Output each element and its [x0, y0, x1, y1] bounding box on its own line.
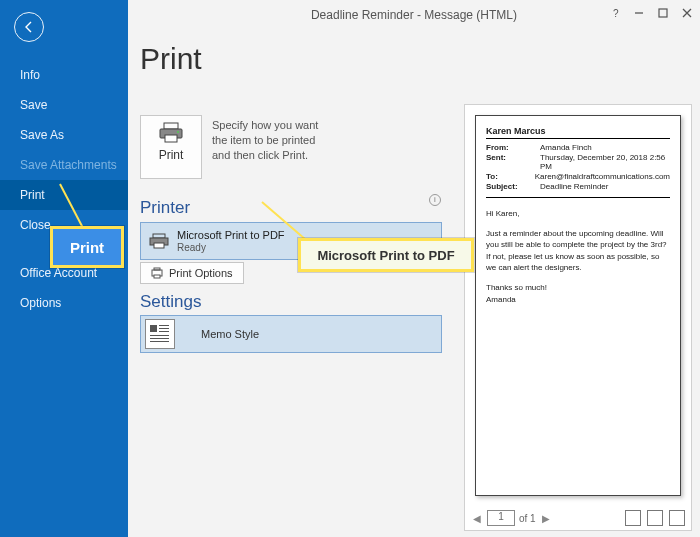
actual-size-icon[interactable] [625, 510, 641, 526]
sidebar-item-info[interactable]: Info [0, 60, 128, 90]
print-button[interactable]: Print [140, 115, 202, 179]
preview-greeting: Hi Karen, [486, 208, 670, 220]
prev-page-button[interactable]: ◀ [471, 513, 483, 524]
page-number-input[interactable]: 1 [487, 510, 515, 526]
print-preview-panel: Karen Marcus From:Amanda Finch Sent:Thur… [464, 104, 692, 531]
printer-info-icon[interactable]: i [429, 194, 441, 206]
preview-from-value: Amanda Finch [540, 143, 670, 152]
titlebar: Deadline Reminder - Message (HTML) ? [128, 0, 700, 30]
print-options-icon [151, 267, 163, 279]
svg-rect-12 [154, 275, 160, 278]
print-backstage-content: Print Print Specify how you want the ite… [128, 30, 700, 537]
svg-rect-2 [659, 9, 667, 17]
sidebar-item-save-as[interactable]: Save As [0, 120, 128, 150]
print-button-label: Print [141, 148, 201, 162]
callout-print: Print [50, 226, 124, 268]
backstage-sidebar: Info Save Save As Save Attachments Print… [0, 0, 128, 537]
one-page-icon[interactable] [647, 510, 663, 526]
printer-small-icon [147, 233, 171, 249]
sidebar-item-save[interactable]: Save [0, 90, 128, 120]
printer-heading: Printer [140, 198, 190, 218]
settings-heading: Settings [140, 292, 201, 312]
preview-from-label: From: [486, 143, 540, 152]
preview-thanks: Thanks so much! [486, 282, 670, 294]
multi-page-icon[interactable] [669, 510, 685, 526]
svg-point-6 [177, 131, 179, 133]
close-button[interactable] [680, 6, 694, 20]
svg-rect-11 [154, 268, 160, 270]
svg-text:?: ? [613, 8, 619, 18]
back-button[interactable] [14, 12, 44, 42]
print-description: Specify how you want the item to be prin… [212, 118, 332, 163]
svg-rect-3 [164, 123, 178, 129]
preview-sender-name: Karen Marcus [486, 126, 670, 139]
preview-signature: Amanda [486, 294, 670, 306]
preview-to-value: Karen@finaldraftcommunications.com [535, 172, 670, 181]
svg-rect-9 [154, 243, 164, 248]
sidebar-item-options[interactable]: Options [0, 288, 128, 318]
page-of-label: of 1 [519, 513, 536, 524]
preview-page: Karen Marcus From:Amanda Finch Sent:Thur… [475, 115, 681, 496]
printer-icon [141, 122, 201, 144]
arrow-left-icon [22, 20, 36, 34]
maximize-button[interactable] [656, 6, 670, 20]
preview-to-label: To: [486, 172, 535, 181]
sidebar-item-save-attachments: Save Attachments [0, 150, 128, 180]
style-selector[interactable]: Memo Style [140, 315, 442, 353]
next-page-button[interactable]: ▶ [540, 513, 552, 524]
print-options-button[interactable]: Print Options [140, 262, 244, 284]
preview-sent-value: Thursday, December 20, 2018 2:56 PM [540, 153, 670, 171]
style-name: Memo Style [201, 328, 259, 340]
sidebar-item-print[interactable]: Print [0, 180, 128, 210]
page-title: Print [140, 42, 700, 76]
callout-microsoft-print-to-pdf: Microsoft Print to PDF [298, 238, 474, 272]
minimize-button[interactable] [632, 6, 646, 20]
preview-footer: ◀ 1 of 1 ▶ [465, 506, 691, 530]
memo-style-icon [145, 319, 175, 349]
help-button[interactable]: ? [608, 6, 622, 20]
svg-rect-5 [165, 135, 177, 142]
preview-subject-value: Deadline Reminder [540, 182, 670, 191]
print-options-label: Print Options [169, 267, 233, 279]
svg-rect-7 [153, 234, 165, 238]
preview-body: Just a reminder about the upcoming deadl… [486, 228, 670, 274]
preview-sent-label: Sent: [486, 153, 540, 171]
preview-subject-label: Subject: [486, 182, 540, 191]
